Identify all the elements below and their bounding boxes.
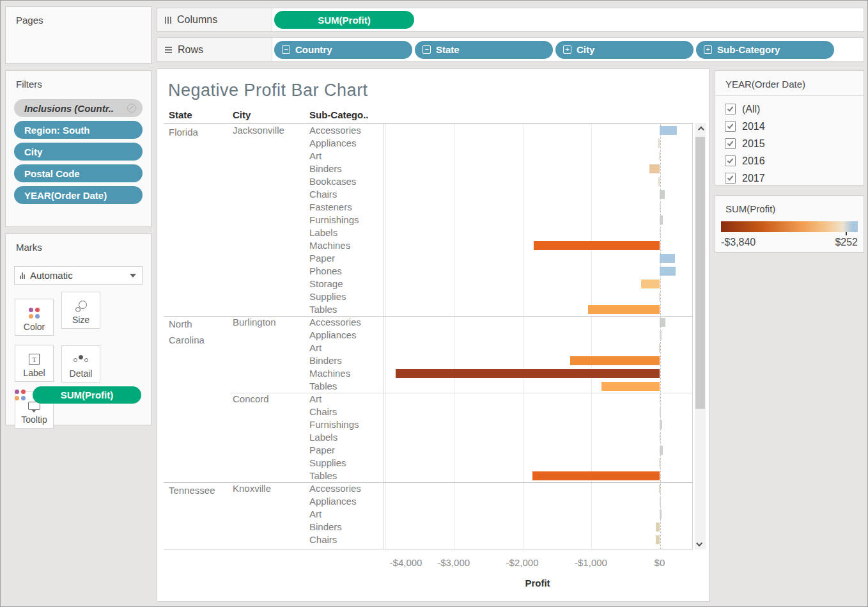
profit-bar[interactable] (649, 164, 660, 173)
collapse-icon[interactable]: − (282, 45, 290, 54)
table-row: Supplies (164, 290, 693, 303)
marks-buttons: ColorSizeTLabelDetailTooltip (15, 292, 151, 438)
profit-bar[interactable] (660, 420, 662, 429)
rows-pill[interactable]: −State (415, 41, 553, 59)
year-option[interactable]: 2016 (725, 152, 864, 169)
label-button[interactable]: TLabel (15, 345, 54, 382)
profit-bar[interactable] (659, 459, 660, 468)
checkbox[interactable] (725, 173, 736, 184)
filter-pill[interactable]: Inclusions (Countr.. (14, 99, 143, 117)
profit-bar[interactable] (660, 254, 675, 263)
profit-bar[interactable] (660, 203, 661, 212)
color-button[interactable]: Color (15, 299, 54, 336)
scrollbar-thumb[interactable] (695, 137, 705, 409)
table-row: Tables (164, 303, 693, 316)
filter-pill[interactable]: YEAR(Order Date) (14, 186, 143, 204)
header-state: State (169, 109, 192, 120)
profit-bar[interactable] (659, 152, 660, 161)
filter-pill[interactable]: Region: South (14, 121, 143, 139)
rows-pill[interactable]: −Country (274, 41, 412, 59)
profit-bar[interactable] (660, 497, 661, 506)
collapse-icon[interactable]: − (422, 45, 431, 54)
table-row: Furnishings (164, 546, 693, 549)
table-row: Furnishings (164, 214, 693, 226)
checkbox[interactable] (725, 121, 736, 132)
rows-pill[interactable]: +Sub-Category (696, 41, 834, 59)
scroll-up-button[interactable] (695, 123, 706, 136)
table-row: Appliances (164, 495, 693, 508)
profit-bar[interactable] (532, 471, 660, 480)
rows-pill-label: Sub-Category (717, 44, 780, 55)
sub-category-label: Appliances (309, 137, 381, 150)
sub-category-label: Art (309, 342, 381, 354)
city-label: Jacksonville (233, 124, 304, 137)
year-option[interactable]: 2017 (725, 169, 864, 187)
table-row: Fasteners (164, 201, 693, 214)
profit-bar[interactable] (660, 331, 662, 340)
profit-bar[interactable] (660, 446, 663, 455)
checkbox[interactable] (725, 155, 736, 166)
profit-bar[interactable] (660, 395, 661, 404)
checkbox[interactable] (725, 104, 736, 114)
profit-bar[interactable] (659, 292, 660, 301)
profit-bar[interactable] (656, 535, 660, 544)
table-row: Binders (164, 162, 693, 175)
columns-icon (165, 17, 171, 24)
filter-pill[interactable]: Postal Code (14, 164, 143, 182)
vertical-scrollbar[interactable] (695, 123, 706, 549)
profit-bar[interactable] (660, 510, 662, 519)
filter-pill-label: City (24, 146, 42, 157)
profit-bar[interactable] (601, 382, 660, 391)
profit-bar[interactable] (570, 356, 660, 365)
profit-bar[interactable] (660, 190, 665, 199)
columns-pill[interactable]: SUM(Profit) (274, 11, 414, 29)
marks-sum-profit-pill[interactable]: SUM(Profit) (33, 386, 141, 404)
profit-bar[interactable] (660, 267, 676, 276)
size-button[interactable]: Size (61, 292, 100, 329)
expand-icon[interactable]: + (704, 45, 712, 54)
year-option[interactable]: 2014 (725, 118, 864, 135)
x-axis-title: Profit (525, 578, 550, 588)
filter-pill[interactable]: City (14, 143, 143, 161)
profit-bar[interactable] (641, 280, 660, 288)
detail-button[interactable]: Detail (61, 345, 100, 382)
rows-pill[interactable]: +City (555, 41, 694, 59)
year-option[interactable]: 2015 (725, 135, 864, 152)
chevron-down-icon[interactable] (130, 274, 136, 278)
checkmark-icon (727, 105, 734, 111)
table-row: Art (164, 508, 693, 521)
mark-type-dropdown[interactable]: Automatic (14, 266, 143, 285)
x-axis-tick-label: -$2,000 (506, 557, 539, 568)
profit-bar[interactable] (396, 369, 659, 378)
color-gradient-bar[interactable] (721, 221, 858, 232)
profit-bar[interactable] (660, 433, 661, 442)
profit-bar[interactable] (660, 407, 661, 416)
table-row: ConcordArt (164, 393, 693, 406)
city-label: Knoxville (233, 482, 304, 495)
profit-bar[interactable] (656, 523, 660, 532)
profit-bar[interactable] (658, 139, 660, 148)
year-option[interactable]: (All) (725, 100, 864, 118)
expand-icon[interactable]: + (563, 45, 571, 54)
profit-bar[interactable] (658, 177, 660, 186)
sub-category-label: Chairs (309, 188, 381, 201)
profit-bar[interactable] (659, 343, 660, 352)
profit-bar[interactable] (534, 241, 660, 250)
sub-category-label: Art (309, 150, 381, 162)
sub-category-label: Storage (309, 278, 381, 290)
scroll-down-button[interactable] (695, 537, 706, 549)
state-label: Florida (169, 124, 230, 140)
checkbox[interactable] (725, 138, 736, 149)
profit-bar[interactable] (660, 126, 677, 135)
checkmark-icon (727, 122, 734, 129)
label-t-icon: T (29, 351, 40, 368)
color-legend-card: SUM(Profit) -$3,840 $252 (715, 195, 864, 253)
table-row: Supplies (164, 457, 693, 469)
profit-bar[interactable] (660, 548, 661, 549)
profit-bar[interactable] (660, 228, 661, 237)
x-axis-tick-label: -$3,000 (437, 557, 470, 568)
profit-bar[interactable] (660, 216, 663, 225)
profit-bar[interactable] (659, 484, 660, 493)
profit-bar[interactable] (660, 318, 665, 327)
profit-bar[interactable] (588, 305, 660, 314)
